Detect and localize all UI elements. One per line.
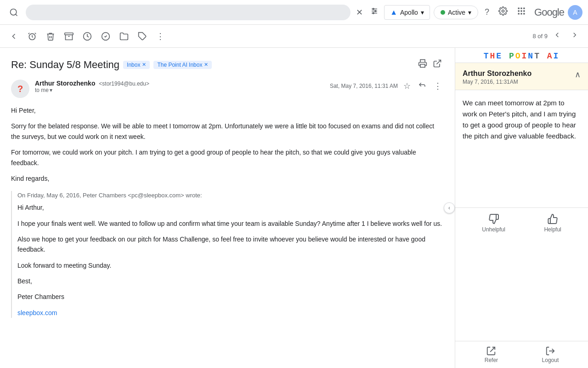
email-body: Hi Peter, Sorry for the belated response… [11,105,444,318]
next-email-button[interactable] [567,29,582,43]
panel-collapse-toggle[interactable]: ‹ [444,202,455,213]
point-label-text: The Point AI Inbox [157,62,202,68]
rp-actions: Unhelpful Helpful [455,207,588,238]
rp-summary: We can meet tomorrow at 2pm to work on P… [455,90,588,207]
help-button[interactable]: ? [482,5,492,20]
apollo-button[interactable]: ▲ Apollo ▾ [384,5,430,20]
to-me-chevron-icon: ▾ [50,87,52,93]
svg-rect-19 [65,33,73,34]
print-button[interactable] [416,57,429,72]
q-name: Peter Chambers [17,292,444,302]
email-date: Sat, May 7, 2016, 11:31 AM [330,83,398,89]
open-in-new-button[interactable] [431,57,444,72]
apollo-label: Apollo [400,9,418,16]
sender-name: Arthur Storozhenko [35,80,95,87]
inbox-label-text: Inbox [127,62,140,68]
prev-email-button[interactable] [549,29,565,43]
main-area: Re: Sunday 5/8 Meeting Inbox ✕ The Point… [0,48,588,368]
rp-header-info: Arthur Storozhenko May 7, 2016, 11:31AM [463,69,531,85]
search-input[interactable]: label:the-point-ai-inbox [26,5,351,20]
label-button[interactable] [134,29,151,44]
svg-line-1 [16,14,17,16]
email-pane: Re: Sunday 5/8 Meeting Inbox ✕ The Point… [0,48,455,368]
sender-email: <stor1994@bu.edu> [99,80,149,87]
svg-rect-13 [520,10,522,12]
svg-rect-15 [518,13,520,14]
rp-header: Arthur Storozhenko May 7, 2016, 11:31AM … [455,63,588,90]
reply-button[interactable] [416,80,428,92]
quoted-block: On Friday, May 6, 2016, Peter Chambers <… [11,191,444,318]
apollo-icon: ▲ [390,8,397,17]
svg-rect-12 [518,10,520,12]
logout-button[interactable]: Logout [542,346,559,363]
quoted-header: On Friday, May 6, 2016, Peter Chambers <… [17,191,444,201]
clock-button[interactable] [79,29,96,44]
svg-rect-10 [520,8,522,9]
unhelpful-label: Unhelpful [482,226,505,233]
svg-line-25 [436,60,441,64]
to-me[interactable]: to me ▾ [35,87,330,93]
folder-button[interactable] [116,29,132,44]
email-closing: Kind regards, [11,173,444,184]
q-best: Best, [17,276,444,286]
svg-point-8 [502,10,504,12]
helpful-button[interactable]: Helpful [544,213,561,233]
logout-label: Logout [542,357,559,363]
helpful-label: Helpful [544,226,561,233]
svg-point-7 [373,12,374,14]
email-actions [416,57,444,72]
refer-label: Refer [485,357,498,363]
email-subject: Re: Sunday 5/8 Meeting [11,59,119,71]
svg-rect-16 [520,13,522,14]
sender-name-row: Arthur Storozhenko <stor1994@bu.edu> [35,80,330,87]
active-chevron-icon: ▾ [468,9,471,16]
q-greeting: Hi Arthur, [17,202,444,213]
svg-rect-24 [420,64,425,68]
active-dot-icon [441,10,445,15]
star-button[interactable]: ☆ [401,80,413,92]
unhelpful-button[interactable]: Unhelpful [482,213,505,233]
inbox-label-tag: Inbox ✕ [123,61,150,69]
check-circle-button[interactable] [97,29,114,44]
sender-details: Arthur Storozhenko <stor1994@bu.edu> to … [35,80,330,93]
rp-timestamp: May 7, 2016, 11:31AM [463,79,531,85]
sleepbox-link[interactable]: sleepbox.com [17,309,57,316]
sender-row: ? Arthur Storozhenko <stor1994@bu.edu> t… [11,80,444,98]
email-toolbar: ⋮ 8 of 9 [0,25,588,48]
close-search-button[interactable]: ✕ [354,6,365,19]
top-bar: label:the-point-ai-inbox ✕ ▲ Apollo ▾ Ac… [0,0,588,25]
point-ai-logo: THE POINT AI [455,48,588,63]
rp-bottom-bar: Refer Logout [455,341,588,368]
delete-button[interactable] [42,29,59,44]
svg-rect-9 [518,8,520,9]
q-para2: Also we hope to get your feedback on our… [17,234,444,255]
sliders-icon[interactable] [368,5,380,19]
email-more-button[interactable]: ⋮ [432,80,444,92]
avatar[interactable]: A [568,5,582,20]
point-label-remove[interactable]: ✕ [204,62,208,68]
email-para1: Sorry for the belated response. We will … [11,121,444,142]
refer-button[interactable]: Refer [485,346,498,363]
svg-point-0 [11,9,17,15]
svg-rect-17 [523,13,525,14]
apps-button[interactable] [514,4,529,21]
active-label: Active [448,9,465,16]
pagination-info: 8 of 9 [532,33,548,40]
snooze-button[interactable] [24,29,40,44]
rp-summary-text: We can meet tomorrow at 2pm to work on P… [463,98,581,142]
active-status-button[interactable]: Active ▾ [434,6,478,19]
right-panel: THE POINT AI Arthur Storozhenko May 7, 2… [455,48,588,368]
q-para1: I hope your finals went well. We wanted … [17,218,444,229]
inbox-label-remove[interactable]: ✕ [142,62,146,68]
sender-avatar: ? [11,80,29,98]
search-icon[interactable] [6,5,22,20]
more-options-button[interactable]: ⋮ [153,29,168,44]
settings-button[interactable] [496,4,510,21]
point-label-tag: The Point AI Inbox ✕ [153,61,212,69]
q-look-forward: Look forward to meeting Sunday. [17,260,444,270]
email-para2: For tomorrow, we could work on your pitc… [11,147,444,168]
rp-collapse-button[interactable]: ∧ [575,69,581,80]
archive-button[interactable] [61,29,77,44]
email-greeting: Hi Peter, [11,105,444,115]
back-button[interactable] [6,29,22,44]
